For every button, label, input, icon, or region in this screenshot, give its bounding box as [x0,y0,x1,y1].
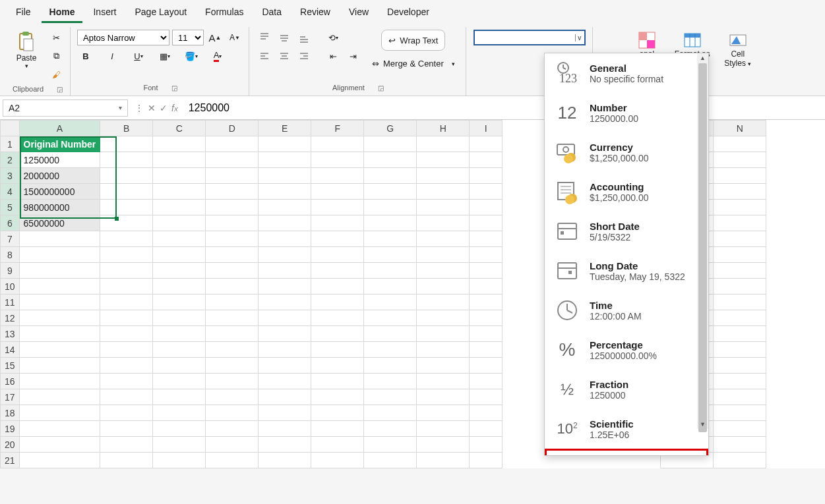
col-header-D[interactable]: D [206,121,259,136]
row-header[interactable]: 18 [1,405,20,421]
increase-indent-button[interactable]: ⇥ [344,48,361,64]
format-item-number[interactable]: 12Number1250000.00 [545,93,708,132]
cell-styles-button[interactable]: Cell Styles ▾ [718,30,758,69]
row-header[interactable]: 11 [1,294,20,310]
row-header[interactable]: 2 [1,152,20,168]
align-bottom-button[interactable] [295,30,313,45]
col-header-E[interactable]: E [259,121,311,136]
tab-data[interactable]: Data [254,3,290,23]
cell-A5[interactable]: 980000000 [19,200,100,215]
format-item-currency[interactable]: Currency$1,250,000.00 [545,132,708,172]
alignment-launcher[interactable]: ◲ [378,84,384,92]
wrap-text-button[interactable]: ↩ Wrap Text [381,30,445,51]
row-header[interactable]: 8 [1,247,20,263]
col-header-B[interactable]: B [100,121,153,136]
col-header-F[interactable]: F [311,121,364,136]
select-all-corner[interactable] [1,121,20,136]
row-header[interactable]: 17 [1,389,20,405]
row-header[interactable]: 21 [1,453,20,468]
tab-page-layout[interactable]: Page Layout [127,3,195,23]
row-header[interactable]: 7 [1,231,20,247]
col-header-A[interactable]: A [19,121,100,136]
orientation-button[interactable]: ⟲▾ [324,30,342,45]
cut-button[interactable]: ✂ [47,30,65,45]
cell-A6[interactable]: 65000000 [19,215,100,231]
fill-color-button[interactable]: 🪣▾ [183,48,200,64]
font-launcher[interactable]: ◲ [171,84,177,92]
scroll-up-icon[interactable]: ▲ [697,55,708,61]
svg-point-34 [563,147,568,152]
row-header[interactable]: 12 [1,310,20,326]
merge-center-button[interactable]: ⇔ Merge & Center ▾ [367,56,460,71]
format-item-short-date[interactable]: Short Date5/19/5322 [545,211,708,251]
increase-font-button[interactable]: A▲ [206,30,224,45]
format-item-title: Number [590,102,638,113]
row-header[interactable]: 14 [1,342,20,358]
tab-home[interactable]: Home [42,3,83,23]
more-number-formats-button[interactable]: More Number Formats... [545,449,708,455]
col-header-N[interactable]: N [714,121,766,136]
format-item-time[interactable]: Time12:00:00 AM [545,291,708,330]
clipboard-launcher[interactable]: ◲ [57,86,63,93]
decrease-font-button[interactable]: A▼ [226,30,243,45]
row-header[interactable]: 10 [1,279,20,294]
tab-developer[interactable]: Developer [379,3,437,23]
cell-A3[interactable]: 2000000 [19,168,100,184]
cancel-icon[interactable]: ✕ [148,103,156,113]
font-name-select[interactable]: Aptos Narrow [77,30,169,45]
cell-A4[interactable]: 1500000000 [19,184,100,200]
italic-button[interactable]: I [104,48,121,64]
align-center-button[interactable] [276,48,293,64]
format-item-general[interactable]: 123GeneralNo specific format [545,53,708,93]
font-size-select[interactable]: 11 [172,30,204,45]
cell-A1[interactable]: Original Number [19,136,100,152]
format-item-accounting[interactable]: Accounting $1,250,000.00 [545,172,708,211]
align-left-button[interactable] [256,48,273,64]
scroll-thumb[interactable] [698,63,707,432]
col-header-C[interactable]: C [153,121,206,136]
tab-formulas[interactable]: Formulas [197,3,251,23]
row-header[interactable]: 16 [1,374,20,389]
format-item-percentage[interactable]: %Percentage125000000.00% [545,330,708,370]
paste-button[interactable]: Paste ▾ [11,30,42,70]
scroll-down-icon[interactable]: ▼ [697,421,708,428]
number-format-combo[interactable]: v [474,30,586,45]
format-item-scientific[interactable]: 102Scientific1.25E+06 [545,409,708,449]
row-header[interactable]: 15 [1,358,20,374]
cell-A2[interactable]: 1250000 [19,152,100,168]
enter-icon[interactable]: ✓ [160,103,168,113]
borders-button[interactable]: ▦▾ [156,48,173,64]
row-header[interactable]: 1 [1,136,20,152]
align-top-button[interactable] [256,30,273,45]
copy-button[interactable]: ⧉ [47,48,65,64]
name-box[interactable]: A2 ▾ [3,99,128,117]
tab-insert[interactable]: Insert [85,3,124,23]
col-header-H[interactable]: H [417,121,470,136]
format-item-fraction[interactable]: ½Fraction1250000 [545,370,708,409]
row-header[interactable]: 9 [1,263,20,279]
fx-icon[interactable]: fx [171,103,178,113]
font-color-button[interactable]: A▾ [209,48,226,64]
fb-dropdown-icon[interactable]: ⋮ [135,103,144,113]
tab-file[interactable]: File [8,3,39,23]
align-right-button[interactable] [295,48,313,64]
tab-view[interactable]: View [341,3,377,23]
underline-button[interactable]: U▾ [130,48,147,64]
col-header-G[interactable]: G [364,121,417,136]
format-item-long-date[interactable]: Long DateTuesday, May 19, 5322 [545,251,708,291]
row-header[interactable]: 5 [1,200,20,215]
formula-input[interactable] [182,98,825,118]
row-header[interactable]: 20 [1,437,20,453]
row-header[interactable]: 6 [1,215,20,231]
row-header[interactable]: 19 [1,421,20,437]
format-painter-button[interactable]: 🖌 [47,67,65,82]
tab-review[interactable]: Review [292,3,338,23]
dropdown-scrollbar[interactable]: ▲ ▼ [697,53,708,429]
bold-button[interactable]: B [77,48,94,64]
row-header[interactable]: 3 [1,168,20,184]
row-header[interactable]: 4 [1,184,20,200]
col-header-I[interactable]: I [470,121,503,136]
row-header[interactable]: 13 [1,326,20,342]
align-middle-button[interactable] [276,30,293,45]
decrease-indent-button[interactable]: ⇤ [324,48,342,64]
